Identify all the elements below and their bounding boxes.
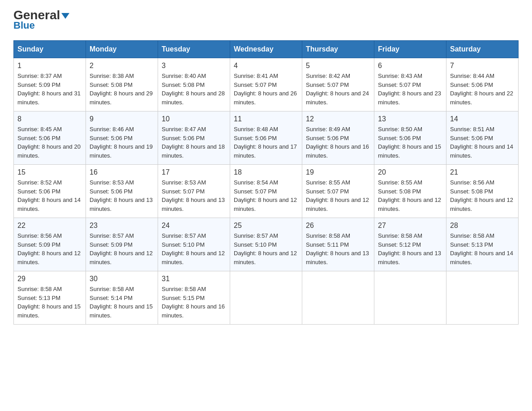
day-cell: 27 Sunrise: 8:58 AMSunset: 5:12 PMDaylig… (374, 218, 446, 271)
day-info: Sunrise: 8:48 AMSunset: 5:06 PMDaylight:… (234, 126, 297, 159)
day-cell: 6 Sunrise: 8:43 AMSunset: 5:07 PMDayligh… (374, 58, 446, 111)
day-cell: 20 Sunrise: 8:55 AMSunset: 5:08 PMDaylig… (374, 165, 446, 218)
day-cell: 10 Sunrise: 8:47 AMSunset: 5:06 PMDaylig… (158, 111, 230, 165)
day-cell: 29 Sunrise: 8:58 AMSunset: 5:13 PMDaylig… (14, 271, 86, 325)
day-number: 21 (450, 168, 515, 176)
day-info: Sunrise: 8:40 AMSunset: 5:08 PMDaylight:… (162, 73, 225, 106)
day-cell: 16 Sunrise: 8:53 AMSunset: 5:06 PMDaylig… (86, 165, 158, 218)
day-cell (446, 271, 519, 325)
day-info: Sunrise: 8:57 AMSunset: 5:10 PMDaylight:… (234, 232, 297, 265)
column-header-row: SundayMondayTuesdayWednesdayThursdayFrid… (14, 41, 519, 58)
day-info: Sunrise: 8:53 AMSunset: 5:06 PMDaylight:… (90, 179, 153, 212)
day-info: Sunrise: 8:58 AMSunset: 5:14 PMDaylight:… (90, 286, 153, 319)
col-header-tuesday: Tuesday (158, 41, 230, 58)
day-cell: 2 Sunrise: 8:38 AMSunset: 5:08 PMDayligh… (86, 58, 158, 111)
day-cell: 18 Sunrise: 8:54 AMSunset: 5:07 PMDaylig… (230, 165, 302, 218)
calendar-table: SundayMondayTuesdayWednesdayThursdayFrid… (13, 40, 519, 325)
day-info: Sunrise: 8:53 AMSunset: 5:07 PMDaylight:… (162, 179, 225, 212)
day-cell: 17 Sunrise: 8:53 AMSunset: 5:07 PMDaylig… (158, 165, 230, 218)
day-number: 27 (378, 222, 442, 230)
week-row-1: 1 Sunrise: 8:37 AMSunset: 5:09 PMDayligh… (14, 58, 519, 111)
day-cell (230, 271, 302, 325)
day-cell (302, 271, 374, 325)
day-number: 26 (306, 222, 370, 230)
day-number: 14 (450, 115, 515, 123)
day-info: Sunrise: 8:56 AMSunset: 5:09 PMDaylight:… (17, 232, 81, 265)
day-cell: 11 Sunrise: 8:48 AMSunset: 5:06 PMDaylig… (230, 111, 302, 165)
day-number: 22 (17, 222, 82, 230)
day-cell: 8 Sunrise: 8:45 AMSunset: 5:06 PMDayligh… (14, 111, 86, 165)
day-info: Sunrise: 8:58 AMSunset: 5:13 PMDaylight:… (450, 232, 513, 265)
day-number: 19 (306, 168, 370, 176)
day-number: 16 (90, 168, 154, 176)
day-info: Sunrise: 8:56 AMSunset: 5:08 PMDaylight:… (450, 179, 513, 212)
day-number: 25 (234, 222, 298, 230)
day-info: Sunrise: 8:57 AMSunset: 5:09 PMDaylight:… (90, 232, 153, 265)
day-number: 15 (17, 168, 82, 176)
col-header-monday: Monday (86, 41, 158, 58)
day-cell (374, 271, 446, 325)
day-info: Sunrise: 8:58 AMSunset: 5:11 PMDaylight:… (306, 232, 369, 265)
col-header-wednesday: Wednesday (230, 41, 302, 58)
day-number: 24 (162, 222, 226, 230)
day-number: 13 (378, 115, 442, 123)
day-info: Sunrise: 8:55 AMSunset: 5:08 PMDaylight:… (378, 179, 441, 212)
day-number: 7 (450, 62, 515, 70)
day-cell: 15 Sunrise: 8:52 AMSunset: 5:06 PMDaylig… (14, 165, 86, 218)
day-number: 12 (306, 115, 370, 123)
col-header-saturday: Saturday (446, 41, 519, 58)
day-number: 31 (162, 275, 226, 283)
day-info: Sunrise: 8:58 AMSunset: 5:15 PMDaylight:… (162, 286, 225, 319)
day-info: Sunrise: 8:46 AMSunset: 5:06 PMDaylight:… (90, 126, 153, 159)
day-number: 18 (234, 168, 298, 176)
day-number: 10 (162, 115, 226, 123)
day-info: Sunrise: 8:44 AMSunset: 5:06 PMDaylight:… (450, 73, 513, 106)
day-cell: 22 Sunrise: 8:56 AMSunset: 5:09 PMDaylig… (14, 218, 86, 271)
day-info: Sunrise: 8:57 AMSunset: 5:10 PMDaylight:… (162, 232, 225, 265)
day-number: 5 (306, 62, 370, 70)
week-row-3: 15 Sunrise: 8:52 AMSunset: 5:06 PMDaylig… (14, 165, 519, 218)
day-info: Sunrise: 8:38 AMSunset: 5:08 PMDaylight:… (90, 73, 153, 106)
day-info: Sunrise: 8:51 AMSunset: 5:06 PMDaylight:… (450, 126, 513, 159)
day-number: 1 (17, 62, 82, 70)
day-number: 2 (90, 62, 154, 70)
day-cell: 14 Sunrise: 8:51 AMSunset: 5:06 PMDaylig… (446, 111, 519, 165)
logo-blue: Blue (13, 20, 35, 31)
day-cell: 7 Sunrise: 8:44 AMSunset: 5:06 PMDayligh… (446, 58, 519, 111)
logo: General Blue (13, 9, 69, 31)
day-cell: 9 Sunrise: 8:46 AMSunset: 5:06 PMDayligh… (86, 111, 158, 165)
day-number: 23 (90, 222, 154, 230)
day-cell: 4 Sunrise: 8:41 AMSunset: 5:07 PMDayligh… (230, 58, 302, 111)
day-number: 28 (450, 222, 515, 230)
day-info: Sunrise: 8:47 AMSunset: 5:06 PMDaylight:… (162, 126, 225, 159)
day-info: Sunrise: 8:50 AMSunset: 5:06 PMDaylight:… (378, 126, 441, 159)
day-cell: 30 Sunrise: 8:58 AMSunset: 5:14 PMDaylig… (86, 271, 158, 325)
day-cell: 25 Sunrise: 8:57 AMSunset: 5:10 PMDaylig… (230, 218, 302, 271)
day-info: Sunrise: 8:45 AMSunset: 5:06 PMDaylight:… (17, 126, 81, 159)
day-info: Sunrise: 8:52 AMSunset: 5:06 PMDaylight:… (17, 179, 81, 212)
day-cell: 26 Sunrise: 8:58 AMSunset: 5:11 PMDaylig… (302, 218, 374, 271)
day-cell: 12 Sunrise: 8:49 AMSunset: 5:06 PMDaylig… (302, 111, 374, 165)
day-info: Sunrise: 8:49 AMSunset: 5:06 PMDaylight:… (306, 126, 369, 159)
day-number: 29 (17, 275, 82, 283)
day-number: 17 (162, 168, 226, 176)
day-cell: 24 Sunrise: 8:57 AMSunset: 5:10 PMDaylig… (158, 218, 230, 271)
day-cell: 31 Sunrise: 8:58 AMSunset: 5:15 PMDaylig… (158, 271, 230, 325)
day-cell: 5 Sunrise: 8:42 AMSunset: 5:07 PMDayligh… (302, 58, 374, 111)
week-row-4: 22 Sunrise: 8:56 AMSunset: 5:09 PMDaylig… (14, 218, 519, 271)
day-number: 30 (90, 275, 154, 283)
col-header-thursday: Thursday (302, 41, 374, 58)
day-info: Sunrise: 8:41 AMSunset: 5:07 PMDaylight:… (234, 73, 297, 106)
day-number: 3 (162, 62, 226, 70)
day-cell: 28 Sunrise: 8:58 AMSunset: 5:13 PMDaylig… (446, 218, 519, 271)
day-info: Sunrise: 8:43 AMSunset: 5:07 PMDaylight:… (378, 73, 441, 106)
day-cell: 23 Sunrise: 8:57 AMSunset: 5:09 PMDaylig… (86, 218, 158, 271)
day-number: 9 (90, 115, 154, 123)
day-cell: 3 Sunrise: 8:40 AMSunset: 5:08 PMDayligh… (158, 58, 230, 111)
day-number: 6 (378, 62, 442, 70)
day-info: Sunrise: 8:42 AMSunset: 5:07 PMDaylight:… (306, 73, 369, 106)
day-number: 8 (17, 115, 82, 123)
day-cell: 21 Sunrise: 8:56 AMSunset: 5:08 PMDaylig… (446, 165, 519, 218)
day-number: 11 (234, 115, 298, 123)
day-number: 20 (378, 168, 442, 176)
